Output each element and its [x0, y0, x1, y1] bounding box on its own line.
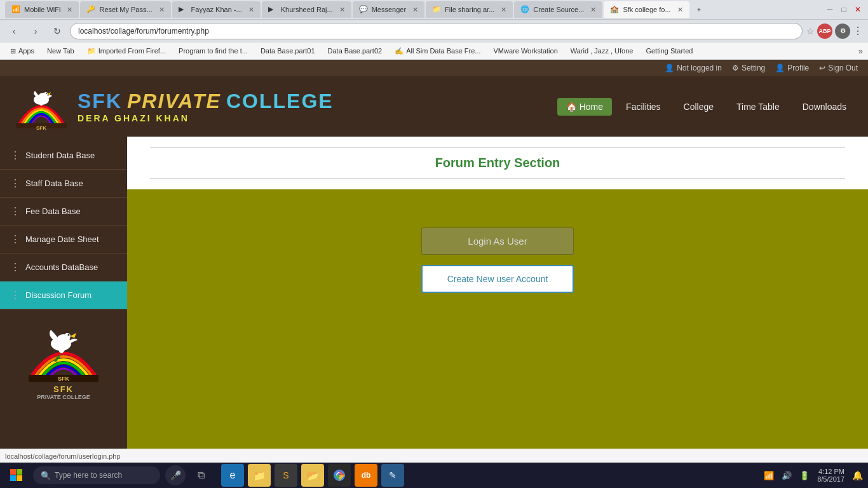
- tab-new[interactable]: +: [691, 1, 707, 18]
- bookmark-vmware[interactable]: VMware Workstation: [489, 46, 563, 56]
- sidebar-item-student-database[interactable]: Student Data Base: [0, 142, 127, 170]
- file-explorer-icon: 📁: [253, 470, 266, 482]
- notification-icon[interactable]: 🔔: [852, 470, 863, 480]
- bookmark-db2[interactable]: Data Base.part02: [323, 46, 388, 56]
- tab-1[interactable]: 📶 Mobile WiFi ✕: [5, 1, 79, 18]
- sidebar-item-accounts-database[interactable]: Accounts DataBase: [0, 254, 127, 281]
- tab-close-5[interactable]: ✕: [412, 6, 418, 14]
- tab-label-6: File sharing ar...: [445, 6, 494, 13]
- tab-favicon-3: ▶: [179, 5, 187, 14]
- taskbar-app-mysql[interactable]: db: [355, 464, 377, 487]
- tab-6[interactable]: 📁 File sharing ar... ✕: [426, 1, 513, 18]
- task-view-button[interactable]: ⧉: [191, 465, 211, 485]
- bookmark-warid[interactable]: Warid , Jazz , Ufone: [566, 46, 639, 56]
- bookmark-getting-started[interactable]: Getting Started: [641, 46, 698, 56]
- bookmark-imported[interactable]: 📁 Imported From Firef...: [82, 46, 171, 57]
- minimize-button[interactable]: ─: [825, 4, 835, 15]
- taskbar-app-edge[interactable]: e: [221, 464, 244, 487]
- status-bar: localhost/collage/forum/userlogin.php: [0, 449, 868, 463]
- sidebar: Student Data Base Staff Data Base Fee Da…: [0, 137, 127, 449]
- network-icon: 📶: [764, 471, 774, 480]
- tab-7[interactable]: 🌐 Create Source... ✕: [514, 1, 602, 18]
- address-bar: ‹ › ↻ localhost/collage/forum/forumentry…: [0, 19, 868, 42]
- setting-link[interactable]: ⚙ Setting: [732, 64, 765, 72]
- svg-rect-17: [17, 469, 22, 475]
- svg-rect-19: [17, 475, 22, 481]
- forward-button[interactable]: ›: [27, 22, 44, 40]
- url-bar[interactable]: localhost/collage/forum/forumentry.php: [70, 23, 803, 39]
- task-view-icon: ⧉: [198, 470, 205, 481]
- tab-favicon-4: ▶: [268, 5, 277, 14]
- maximize-button[interactable]: □: [839, 4, 849, 15]
- volume-icon: 🔊: [782, 471, 792, 480]
- sidebar-item-staff-database[interactable]: Staff Data Base: [0, 170, 127, 198]
- tab-2[interactable]: 🔑 Reset My Pass... ✕: [80, 1, 170, 18]
- cortana-button[interactable]: 🎤: [165, 465, 186, 485]
- bookmark-db1-label: Data Base.part01: [261, 47, 315, 55]
- tab-close-2[interactable]: ✕: [159, 6, 165, 14]
- taskbar-app-sublime[interactable]: S: [275, 464, 297, 487]
- ext-button[interactable]: ⚙: [835, 24, 850, 39]
- nav-college-label: College: [684, 102, 714, 112]
- back-button[interactable]: ‹: [5, 22, 23, 40]
- sidebar-item-fee-database[interactable]: Fee Data Base: [0, 198, 127, 226]
- tab-close-6[interactable]: ✕: [501, 6, 506, 14]
- taskbar-app-extra[interactable]: ✎: [381, 464, 404, 487]
- reload-button[interactable]: ↻: [48, 22, 66, 40]
- address-bar-right: ☆ ABP ⚙ ⋮: [806, 24, 863, 39]
- forum-content-area: Login As User Create New user Account: [127, 189, 868, 449]
- tab-close-3[interactable]: ✕: [248, 6, 254, 14]
- tab-3[interactable]: ▶ Fayyaz Khan -... ✕: [172, 1, 261, 18]
- status-url: localhost/collage/forum/userlogin.php: [5, 452, 121, 460]
- close-button[interactable]: ✕: [853, 4, 863, 15]
- taskbar-app-file-explorer[interactable]: 📁: [248, 464, 271, 487]
- profile-link[interactable]: 👤 Profile: [775, 64, 809, 72]
- taskbar-app-chrome[interactable]: [328, 464, 351, 487]
- tab-close-8[interactable]: ✕: [677, 6, 683, 14]
- tab-5[interactable]: 💬 Messenger ✕: [353, 1, 424, 18]
- nav-facilities-label: Facilities: [626, 102, 660, 112]
- bookmark-star[interactable]: ☆: [806, 26, 815, 36]
- bookmark-allsim[interactable]: ✍ All Sim Data Base Fre...: [390, 46, 485, 57]
- nav-downloads[interactable]: Downloads: [794, 98, 855, 116]
- bookmark-db1[interactable]: Data Base.part01: [255, 46, 320, 56]
- bookmarks-more[interactable]: »: [858, 46, 863, 56]
- tab-label-4: Khursheed Raj...: [281, 6, 333, 13]
- bookmark-newtab[interactable]: New Tab: [42, 46, 79, 56]
- mysql-icon: db: [362, 471, 371, 480]
- tab-4[interactable]: ▶ Khursheed Raj... ✕: [262, 1, 351, 18]
- clock-time: 4:12 PM: [818, 468, 844, 475]
- nav-timetable[interactable]: Time Table: [728, 98, 789, 116]
- bookmark-vmware-label: VMware Workstation: [494, 47, 558, 55]
- tab-close-1[interactable]: ✕: [67, 6, 72, 14]
- site-header: SFK: [0, 76, 868, 137]
- sign-out-link[interactable]: ↩ Sign Out: [819, 64, 858, 72]
- login-as-user-button[interactable]: Login As User: [421, 227, 574, 255]
- main-layout: Student Data Base Staff Data Base Fee Da…: [0, 137, 868, 449]
- svg-point-6: [46, 93, 47, 94]
- extra-icon: ✎: [389, 470, 397, 480]
- site-name: SFK PRIVATE COLLEGE DERA GHAZI KHAN: [78, 90, 334, 123]
- nav-facilities[interactable]: Facilities: [617, 98, 669, 116]
- bookmark-program[interactable]: Program to find the t...: [173, 46, 253, 56]
- taskbar-search[interactable]: 🔍 Type here to search: [33, 466, 160, 484]
- sidebar-item-discussion-forum[interactable]: Discussion Forum: [0, 281, 127, 309]
- bookmark-apps-label: Apps: [18, 47, 34, 55]
- tab-close-7[interactable]: ✕: [590, 6, 596, 14]
- taskbar-time-display[interactable]: 4:12 PM 8/5/2017: [817, 468, 844, 483]
- auth-bar: 👤 Not logged in ⚙ Setting 👤 Profile ↩ Si…: [0, 60, 868, 76]
- sidebar-item-manage-date-sheet[interactable]: Manage Date Sheet: [0, 226, 127, 254]
- svg-point-4: [44, 92, 48, 96]
- tab-8[interactable]: 🏫 Sfk college fo... ✕: [604, 1, 689, 18]
- start-button[interactable]: [5, 465, 28, 485]
- tab-close-4[interactable]: ✕: [339, 6, 345, 14]
- nav-home[interactable]: 🏠 Home: [557, 98, 612, 116]
- menu-button[interactable]: ⋮: [853, 25, 863, 37]
- mic-icon: 🎤: [170, 470, 181, 480]
- taskbar-app-explorer2[interactable]: 📂: [301, 464, 324, 487]
- clock-date: 8/5/2017: [817, 475, 844, 483]
- bookmark-apps[interactable]: ⊞ Apps: [5, 46, 39, 57]
- abp-extension[interactable]: ABP: [817, 24, 832, 39]
- nav-college[interactable]: College: [675, 98, 722, 116]
- create-new-user-button[interactable]: Create New user Account: [421, 265, 574, 293]
